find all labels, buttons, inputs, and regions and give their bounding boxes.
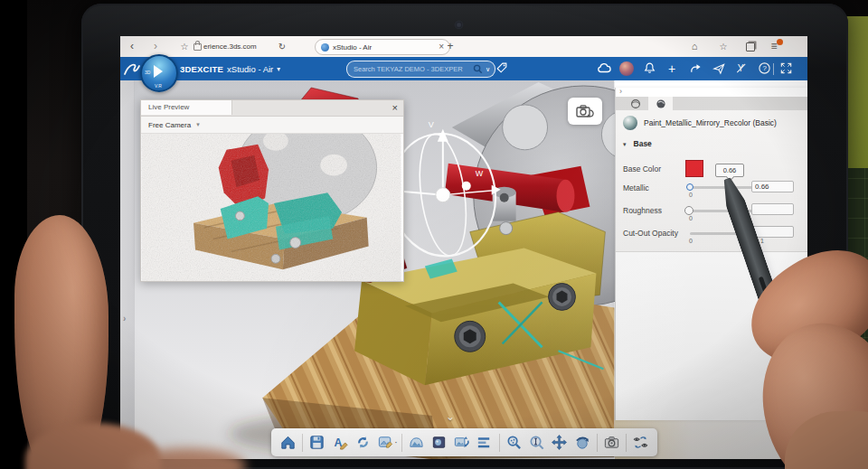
browser-back-button[interactable]: ‹ bbox=[126, 36, 138, 57]
live-preview-render bbox=[141, 134, 401, 281]
camera-selector-chevron-icon[interactable]: ▾ bbox=[196, 121, 200, 128]
share-forward-icon[interactable] bbox=[688, 61, 703, 76]
tab-title: xStudio - Air bbox=[333, 43, 435, 52]
app-header: 3DEXCITE xStudio - Air ▾ ∨ + bbox=[120, 57, 807, 80]
svg-text:?: ? bbox=[762, 64, 767, 72]
section-base[interactable]: ▾Base bbox=[623, 139, 652, 148]
tag-icon[interactable] bbox=[495, 61, 509, 76]
tab-material-icon[interactable] bbox=[648, 97, 673, 110]
metallic-label: Metallic bbox=[623, 183, 649, 192]
edit-image-icon[interactable] bbox=[375, 433, 396, 453]
visibility-swap-icon[interactable] bbox=[630, 433, 651, 453]
metallic-input[interactable] bbox=[751, 181, 794, 192]
left-sidebar-strip[interactable]: › bbox=[120, 80, 135, 459]
base-color-swatch[interactable] bbox=[685, 160, 703, 177]
metallic-value-tooltip: 0.66 bbox=[715, 164, 744, 177]
sync-icon[interactable] bbox=[353, 433, 373, 453]
roughness-slider-handle[interactable] bbox=[684, 206, 693, 215]
app-switcher-chevron-icon[interactable]: ▾ bbox=[277, 65, 280, 73]
sidebar-expand-icon[interactable]: › bbox=[123, 314, 126, 324]
camera-sync-icon bbox=[575, 103, 595, 119]
roughness-input[interactable] bbox=[751, 203, 794, 215]
panel-tabstrip bbox=[616, 97, 807, 111]
add-image-icon[interactable] bbox=[406, 433, 427, 453]
tab-favicon-icon bbox=[321, 43, 329, 52]
live-preview-close-icon[interactable]: × bbox=[392, 100, 398, 115]
replace-image-icon[interactable] bbox=[451, 433, 472, 453]
edit-image-dropdown-icon[interactable]: · bbox=[394, 437, 397, 447]
material-properties: Paint_Metallic_Mirrory_Recolor (Basic) ▾… bbox=[616, 110, 807, 252]
bookmark-star-icon[interactable]: ☆ bbox=[178, 36, 191, 57]
annotate-icon[interactable]: A bbox=[329, 433, 350, 453]
pan-icon[interactable] bbox=[549, 433, 570, 453]
base-color-label: Base Color bbox=[623, 164, 661, 174]
panel-divider bbox=[616, 251, 807, 252]
dassault-logo-icon bbox=[123, 61, 141, 80]
add-content-icon[interactable]: + bbox=[665, 61, 679, 76]
zoom-select-icon[interactable] bbox=[526, 433, 547, 453]
user-avatar[interactable] bbox=[619, 61, 634, 76]
panel-collapse-icon[interactable]: › bbox=[619, 87, 622, 96]
tab-overview-icon[interactable] bbox=[746, 42, 755, 52]
browser-home-icon[interactable]: ⌂ bbox=[688, 36, 701, 57]
live-preview-tab[interactable]: Live Preview bbox=[141, 100, 232, 115]
section-collapse-triangle-icon[interactable]: ▾ bbox=[623, 141, 627, 147]
zoom-icon[interactable] bbox=[504, 433, 524, 453]
save-icon[interactable] bbox=[307, 433, 327, 453]
menu-notification-badge bbox=[777, 39, 783, 45]
roughness-label: Roughness bbox=[623, 206, 662, 215]
send-share-icon[interactable] bbox=[712, 61, 726, 76]
tab-scene-icon[interactable] bbox=[623, 97, 647, 110]
render-frame-icon[interactable] bbox=[429, 433, 449, 453]
bookmarks-icon[interactable]: ☆ bbox=[717, 36, 730, 57]
camera-snapshot-icon[interactable] bbox=[600, 433, 621, 453]
material-header: Paint_Metallic_Mirrory_Recolor (Basic) bbox=[623, 116, 777, 130]
roughness-min-label: 0 bbox=[689, 215, 693, 221]
help-icon[interactable]: ? bbox=[757, 61, 771, 76]
compass-label-vr: V.R bbox=[155, 83, 162, 89]
cutout-label: Cut-Out Opacity bbox=[623, 229, 678, 238]
address-bar-url[interactable]: erience.3ds.com bbox=[203, 36, 257, 57]
tablet-screen: ‹ › ☆ erience.3ds.com ↻ xStudio - Air × … bbox=[120, 36, 807, 459]
search-icon[interactable] bbox=[473, 64, 483, 74]
cutout-min-label: 0 bbox=[689, 238, 693, 244]
refresh-icon[interactable]: ↻ bbox=[276, 36, 288, 57]
home-icon[interactable] bbox=[278, 433, 298, 453]
cloud-icon[interactable] bbox=[597, 61, 611, 76]
compass-play-icon[interactable] bbox=[154, 65, 163, 78]
cutout-input[interactable] bbox=[751, 226, 794, 238]
global-search[interactable]: ∨ bbox=[346, 61, 495, 78]
material-sphere-icon bbox=[623, 116, 637, 130]
search-input[interactable] bbox=[352, 64, 470, 74]
viewport-camera-button[interactable] bbox=[568, 98, 602, 125]
axis-label-v: V bbox=[429, 120, 434, 129]
axis-label-w: W bbox=[476, 169, 484, 178]
compass-label-3d: 3D bbox=[145, 70, 150, 75]
app-name: xStudio - Air bbox=[227, 64, 273, 74]
search-scope-chevron-icon[interactable]: ∨ bbox=[486, 66, 490, 73]
3dswym-icon[interactable]: Y bbox=[733, 61, 748, 76]
viewport-toolbar: A · bbox=[271, 428, 657, 456]
brand-name: 3DEXCITE bbox=[180, 64, 223, 74]
live-preview-tabstrip: Live Preview × bbox=[141, 100, 403, 117]
fullscreen-icon[interactable] bbox=[778, 61, 793, 76]
new-tab-button[interactable]: + bbox=[444, 36, 457, 57]
orbit-icon[interactable] bbox=[571, 433, 592, 453]
tablet-front-camera bbox=[456, 22, 462, 28]
live-preview-panel[interactable]: Live Preview × Free Camera ▾ bbox=[140, 99, 404, 282]
cutout-max-label: 1 bbox=[760, 238, 764, 244]
viewport-collapse-caret-icon[interactable]: ⌄ bbox=[446, 410, 455, 423]
material-name: Paint_Metallic_Mirrory_Recolor (Basic) bbox=[644, 118, 777, 127]
camera-selector-label: Free Camera bbox=[148, 121, 191, 129]
browser-toolbar: ‹ › ☆ erience.3ds.com ↻ xStudio - Air × … bbox=[120, 36, 807, 58]
camera-selector[interactable]: Free Camera ▾ bbox=[141, 117, 403, 134]
browser-tab[interactable]: xStudio - Air × bbox=[315, 39, 450, 55]
notifications-bell-icon[interactable] bbox=[642, 61, 656, 76]
ssl-lock-icon bbox=[193, 43, 202, 51]
3dcompass-icon[interactable]: 3D V.R bbox=[140, 54, 178, 92]
metallic-min-label: 0 bbox=[689, 192, 693, 198]
header-separator bbox=[773, 63, 774, 75]
display-list-icon[interactable] bbox=[474, 433, 495, 453]
metallic-slider-handle[interactable] bbox=[686, 183, 693, 191]
